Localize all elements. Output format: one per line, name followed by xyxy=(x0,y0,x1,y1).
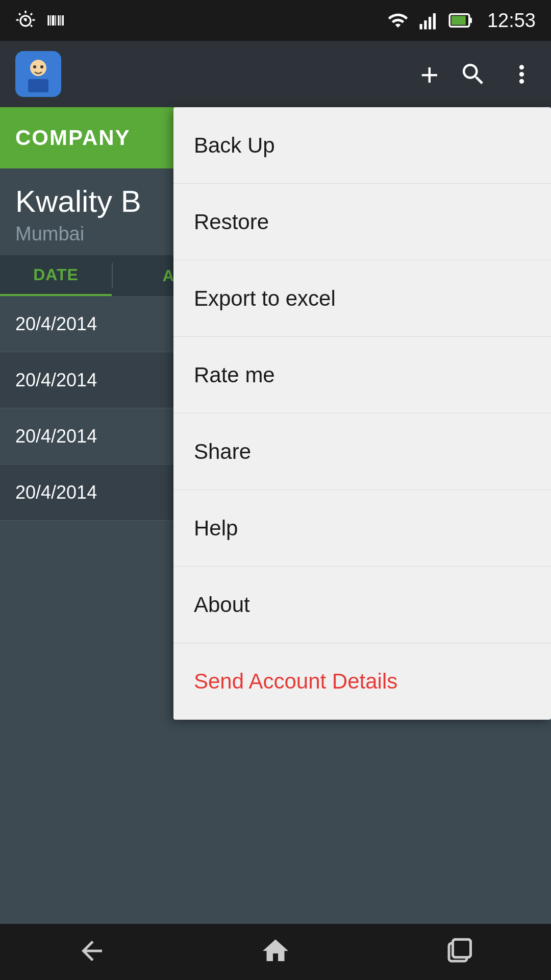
svg-point-10 xyxy=(33,65,36,68)
menu-item-help[interactable]: Help xyxy=(173,490,551,567)
svg-rect-0 xyxy=(419,24,422,30)
back-icon xyxy=(77,936,107,966)
logo-image xyxy=(18,54,59,94)
app-bar: + xyxy=(0,41,551,107)
bottom-nav xyxy=(0,924,551,980)
svg-rect-13 xyxy=(453,940,471,958)
battery-icon xyxy=(448,10,474,31)
signal-icon xyxy=(418,10,439,31)
menu-item-about[interactable]: About xyxy=(173,567,551,643)
status-time: 12:53 xyxy=(487,10,536,32)
recents-button[interactable] xyxy=(444,936,474,968)
menu-item-share[interactable]: Share xyxy=(173,413,551,490)
barcode-icon xyxy=(46,10,66,31)
back-button[interactable] xyxy=(77,936,107,968)
alarm-icon xyxy=(15,10,36,31)
app-logo xyxy=(15,51,61,97)
menu-item-send-account[interactable]: Send Account Details xyxy=(173,643,551,720)
svg-rect-9 xyxy=(28,79,48,92)
home-icon xyxy=(260,936,291,966)
svg-rect-2 xyxy=(429,17,431,30)
status-left-icons xyxy=(15,10,66,31)
company-label: COMPANY xyxy=(15,126,131,150)
dropdown-menu: Back Up Restore Export to excel Rate me … xyxy=(173,107,551,720)
menu-item-export[interactable]: Export to excel xyxy=(173,260,551,337)
search-button[interactable] xyxy=(459,60,487,88)
svg-rect-1 xyxy=(424,20,427,30)
recents-icon xyxy=(444,936,474,966)
status-right-icons: 12:53 xyxy=(387,10,536,32)
menu-item-rate[interactable]: Rate me xyxy=(173,337,551,413)
wifi-icon xyxy=(387,10,409,31)
svg-rect-3 xyxy=(433,13,436,30)
status-bar: 12:53 xyxy=(0,0,551,41)
home-button[interactable] xyxy=(260,936,291,968)
svg-point-11 xyxy=(40,65,43,68)
app-bar-actions: + xyxy=(420,56,536,92)
menu-item-backup[interactable]: Back Up xyxy=(173,107,551,184)
main-content: COMPANY Kwality B Mumbai DATE A 20/4/201… xyxy=(0,107,551,924)
add-button[interactable]: + xyxy=(420,56,439,92)
tab-date[interactable]: DATE xyxy=(0,255,112,296)
svg-rect-5 xyxy=(469,18,472,23)
svg-rect-6 xyxy=(452,16,466,25)
menu-item-restore[interactable]: Restore xyxy=(173,184,551,260)
more-button[interactable] xyxy=(508,60,536,88)
